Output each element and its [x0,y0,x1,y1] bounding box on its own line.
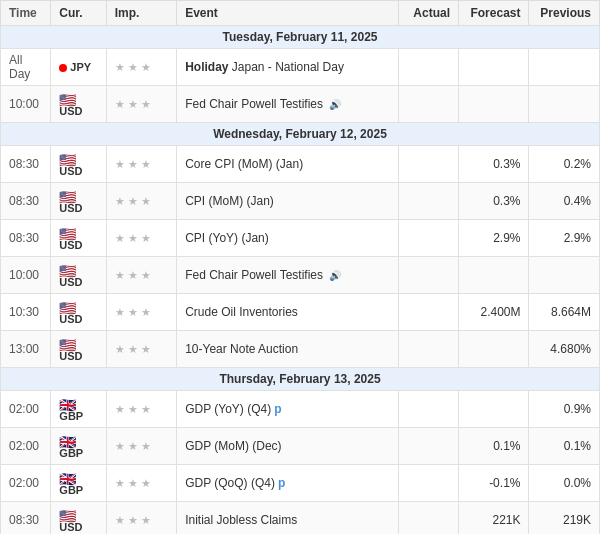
cell-importance: ★ ★ ★ [106,428,176,465]
currency-code: USD [59,239,82,251]
cell-previous: 0.2% [529,146,600,183]
cell-time: 10:30 [1,294,51,331]
cell-actual [398,220,458,257]
cell-currency: 🇺🇸USD [51,257,106,294]
cell-importance: ★ ★ ★ [106,331,176,368]
event-label-suffix: Japan - National Day [232,60,344,74]
header-forecast: Forecast [459,1,529,26]
cell-actual [398,465,458,502]
cell-forecast [459,391,529,428]
cell-currency: 🇺🇸USD [51,331,106,368]
event-label: CPI (YoY) (Jan) [185,231,269,245]
importance-stars: ★ ★ ★ [115,343,151,355]
cell-time: 08:30 [1,146,51,183]
cell-previous: 8.664M [529,294,600,331]
table-row: 08:30🇺🇸USD★ ★ ★Initial Jobless Claims221… [1,502,600,535]
cell-currency: 🇬🇧GBP [51,391,106,428]
cell-time: 02:00 [1,428,51,465]
cell-actual [398,428,458,465]
cell-time: 02:00 [1,465,51,502]
day-header-label: Wednesday, February 12, 2025 [1,123,600,146]
event-label: GDP (QoQ) (Q4) [185,476,275,490]
cell-importance: ★ ★ ★ [106,183,176,220]
flag-icon: 🇺🇸 [59,152,77,164]
event-label: Fed Chair Powell Testifies [185,268,323,282]
cell-event: Core CPI (MoM) (Jan) [177,146,398,183]
header-imp: Imp. [106,1,176,26]
cell-time: 10:00 [1,86,51,123]
cell-actual [398,146,458,183]
cell-actual [398,183,458,220]
cell-importance: ★ ★ ★ [106,86,176,123]
cell-time: All Day [1,49,51,86]
cell-previous: 219K [529,502,600,535]
cell-actual [398,294,458,331]
header-cur: Cur. [51,1,106,26]
event-label: GDP (YoY) (Q4) [185,402,271,416]
importance-stars: ★ ★ ★ [115,98,151,110]
cell-time: 08:30 [1,502,51,535]
sound-icon[interactable]: 🔊 [326,270,341,281]
flag-icon: 🇺🇸 [59,92,77,104]
flag-icon: 🇬🇧 [59,434,77,446]
importance-stars: ★ ★ ★ [115,195,151,207]
header-time: Time [1,1,51,26]
preliminary-icon: p [278,476,285,490]
table-row: 13:00🇺🇸USD★ ★ ★10-Year Note Auction4.680… [1,331,600,368]
table-row: 08:30🇺🇸USD★ ★ ★Core CPI (MoM) (Jan)0.3%0… [1,146,600,183]
cell-currency: 🇺🇸USD [51,220,106,257]
sound-icon[interactable]: 🔊 [326,99,341,110]
event-label: GDP (MoM) (Dec) [185,439,281,453]
importance-stars: ★ ★ ★ [115,158,151,170]
cell-forecast: 221K [459,502,529,535]
cell-currency: 🇬🇧GBP [51,428,106,465]
cell-importance: ★ ★ ★ [106,49,176,86]
table-row: 02:00🇬🇧GBP★ ★ ★GDP (YoY) (Q4)p0.9% [1,391,600,428]
cell-time: 08:30 [1,183,51,220]
table-row: 08:30🇺🇸USD★ ★ ★CPI (YoY) (Jan)2.9%2.9% [1,220,600,257]
cell-time: 08:30 [1,220,51,257]
currency-code: USD [59,165,82,177]
event-label: Core CPI (MoM) (Jan) [185,157,303,171]
cell-forecast: 2.9% [459,220,529,257]
cell-forecast [459,86,529,123]
cell-event: Crude Oil Inventories [177,294,398,331]
cell-importance: ★ ★ ★ [106,220,176,257]
table-row: 10:30🇺🇸USD★ ★ ★Crude Oil Inventories2.40… [1,294,600,331]
table-header-row: Time Cur. Imp. Event Actual Forecast Pre… [1,1,600,26]
currency-code: USD [59,350,82,362]
cell-event: Initial Jobless Claims [177,502,398,535]
cell-actual [398,502,458,535]
day-header-row: Thursday, February 13, 2025 [1,368,600,391]
day-header-label: Thursday, February 13, 2025 [1,368,600,391]
importance-stars: ★ ★ ★ [115,232,151,244]
cell-currency: 🇺🇸USD [51,183,106,220]
flag-icon: 🇺🇸 [59,337,77,349]
header-event: Event [177,1,398,26]
event-label: Fed Chair Powell Testifies [185,97,323,111]
event-label: CPI (MoM) (Jan) [185,194,274,208]
currency-code: USD [59,202,82,214]
cell-event: GDP (YoY) (Q4)p [177,391,398,428]
table-row: 10:00🇺🇸USD★ ★ ★Fed Chair Powell Testifie… [1,257,600,294]
cell-forecast: 0.3% [459,146,529,183]
cell-time: 02:00 [1,391,51,428]
cell-currency: 🇺🇸USD [51,502,106,535]
event-label: Crude Oil Inventories [185,305,298,319]
table-row: 10:00🇺🇸USD★ ★ ★Fed Chair Powell Testifie… [1,86,600,123]
flag-icon: 🇺🇸 [59,226,77,238]
cell-importance: ★ ★ ★ [106,294,176,331]
cell-event: Fed Chair Powell Testifies 🔊 [177,257,398,294]
day-header-label: Tuesday, February 11, 2025 [1,26,600,49]
table-row: 02:00🇬🇧GBP★ ★ ★GDP (MoM) (Dec)0.1%0.1% [1,428,600,465]
cell-previous: 0.4% [529,183,600,220]
cell-forecast [459,257,529,294]
cell-previous [529,257,600,294]
flag-icon: 🇬🇧 [59,471,77,483]
preliminary-icon: p [274,402,281,416]
cell-forecast [459,331,529,368]
cell-previous [529,49,600,86]
header-actual: Actual [398,1,458,26]
currency-code: JPY [70,61,91,73]
cell-actual [398,49,458,86]
